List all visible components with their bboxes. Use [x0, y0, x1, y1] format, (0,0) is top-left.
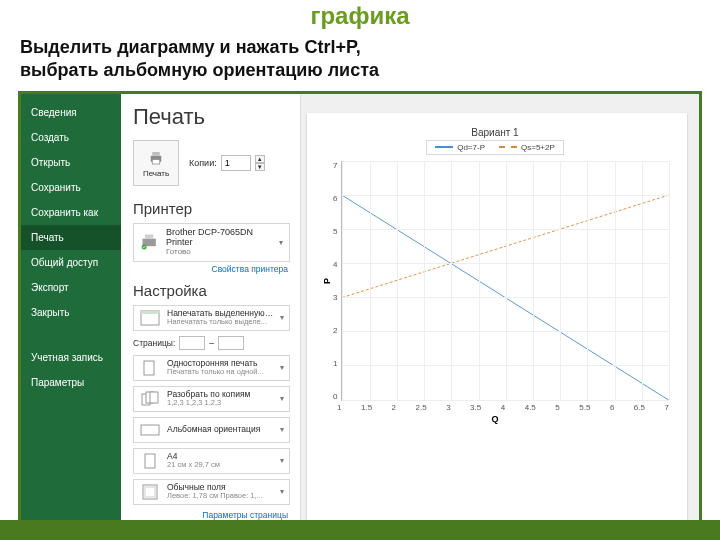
- sheet-icon: [139, 309, 161, 327]
- printer-icon: [147, 149, 165, 167]
- margins-icon: [139, 483, 161, 501]
- printer-status-icon: [140, 233, 160, 251]
- sidebar-item-share[interactable]: Общий доступ: [21, 250, 121, 275]
- chart-legend: Qd=7-P Qs=5+2P: [426, 140, 564, 155]
- print-preview-pane: Вариант 1 Qd=7-P Qs=5+2P P 76543210: [301, 94, 699, 540]
- sidebar-item-open[interactable]: Открыть: [21, 150, 121, 175]
- svg-rect-4: [145, 235, 153, 239]
- sidebar-item-print[interactable]: Печать: [21, 225, 121, 250]
- chart-ylabel: P: [322, 275, 332, 287]
- chart-xticks: 11.522.533.544.555.566.57: [321, 401, 669, 412]
- legend-label-series1: Qd=7-P: [457, 143, 485, 152]
- chart-plot-area: [341, 161, 669, 401]
- slide-title: графика: [0, 0, 720, 30]
- caption-part2: выбрать альбомную ориентацию листа: [20, 60, 379, 80]
- copies-input[interactable]: [221, 155, 251, 171]
- caption-kbd: Ctrl+P,: [304, 37, 360, 57]
- print-button-label: Печать: [143, 169, 169, 178]
- svg-rect-11: [150, 392, 158, 403]
- chevron-down-icon: ▾: [280, 487, 284, 496]
- chart-yticks: 76543210: [333, 161, 341, 401]
- sidebar-item-close[interactable]: Закрыть: [21, 300, 121, 325]
- opt-orientation[interactable]: Альбомная ориентация ▾: [133, 417, 290, 443]
- chevron-down-icon: ▾: [280, 456, 284, 465]
- backstage-sidebar: Сведения Создать Открыть Сохранить Сохра…: [21, 94, 121, 540]
- svg-rect-8: [144, 361, 154, 375]
- slide-footer-bar: [0, 520, 720, 540]
- page-single-icon: [139, 359, 161, 377]
- chart-xlabel: Q: [321, 414, 669, 424]
- opt-margins[interactable]: Обычные поляЛевое: 1,78 см Правое: 1,...…: [133, 479, 290, 505]
- legend-swatch-series1: [435, 146, 453, 148]
- chevron-down-icon: ▾: [280, 425, 284, 434]
- opt-duplex[interactable]: Односторонняя печатьПечатать только на о…: [133, 355, 290, 381]
- printer-name: Brother DCP-7065DN Printer: [166, 228, 273, 248]
- copies-label: Копии:: [189, 158, 217, 168]
- svg-rect-13: [145, 454, 155, 468]
- setup-heading: Настройка: [133, 282, 290, 299]
- legend-swatch-series2: [499, 146, 517, 148]
- pages-to-input[interactable]: [218, 336, 244, 350]
- printer-properties-link[interactable]: Свойства принтера: [133, 264, 288, 274]
- print-settings-panel: Печать Печать Копии: ▲ ▼: [121, 94, 301, 540]
- sidebar-item-new[interactable]: Создать: [21, 125, 121, 150]
- sidebar-item-info[interactable]: Сведения: [21, 100, 121, 125]
- chevron-down-icon: ▾: [280, 313, 284, 322]
- preview-sheet: Вариант 1 Qd=7-P Qs=5+2P P 76543210: [307, 113, 687, 522]
- pages-from-input[interactable]: [179, 336, 205, 350]
- sidebar-item-account[interactable]: Учетная запись: [21, 345, 121, 370]
- pages-sep: –: [209, 338, 214, 348]
- printer-heading: Принтер: [133, 200, 290, 217]
- page-setup-link[interactable]: Параметры страницы: [133, 510, 288, 520]
- opt-paper-size[interactable]: A421 см x 29,7 см ▾: [133, 448, 290, 474]
- landscape-icon: [139, 421, 161, 439]
- svg-rect-1: [152, 152, 160, 156]
- printer-status: Готово: [166, 248, 273, 257]
- chevron-down-icon: ▾: [279, 238, 283, 247]
- svg-rect-7: [141, 311, 159, 314]
- page-icon: [139, 452, 161, 470]
- slide-caption: Выделить диаграмму и нажать Ctrl+P, выбр…: [0, 30, 720, 91]
- copies-spin-down[interactable]: ▼: [255, 163, 265, 171]
- chevron-down-icon: ▾: [280, 363, 284, 372]
- svg-rect-12: [141, 425, 159, 435]
- sidebar-item-saveas[interactable]: Сохранить как: [21, 200, 121, 225]
- pages-label: Страницы:: [133, 338, 175, 348]
- chevron-down-icon: ▾: [280, 394, 284, 403]
- print-heading: Печать: [133, 104, 290, 130]
- sidebar-item-export[interactable]: Экспорт: [21, 275, 121, 300]
- printer-select[interactable]: Brother DCP-7065DN Printer Готово ▾: [133, 223, 290, 262]
- collate-icon: [139, 390, 161, 408]
- screenshot-frame: Сведения Создать Открыть Сохранить Сохра…: [18, 91, 702, 540]
- print-button[interactable]: Печать: [133, 140, 179, 186]
- opt-print-area[interactable]: Напечатать выделенную д...Напечатать тол…: [133, 305, 290, 331]
- excel-backstage-ui: Сведения Создать Открыть Сохранить Сохра…: [21, 94, 699, 540]
- caption-part1: Выделить диаграмму и нажать: [20, 37, 304, 57]
- svg-rect-2: [152, 159, 160, 164]
- opt-collate[interactable]: Разобрать по копиям1,2,3 1,2,3 1,2,3 ▾: [133, 386, 290, 412]
- chart-title: Вариант 1: [321, 127, 669, 138]
- sidebar-item-options[interactable]: Параметры: [21, 370, 121, 395]
- sidebar-item-save[interactable]: Сохранить: [21, 175, 121, 200]
- pages-row: Страницы: –: [133, 336, 290, 350]
- copies-spin-up[interactable]: ▲: [255, 155, 265, 163]
- legend-label-series2: Qs=5+2P: [521, 143, 555, 152]
